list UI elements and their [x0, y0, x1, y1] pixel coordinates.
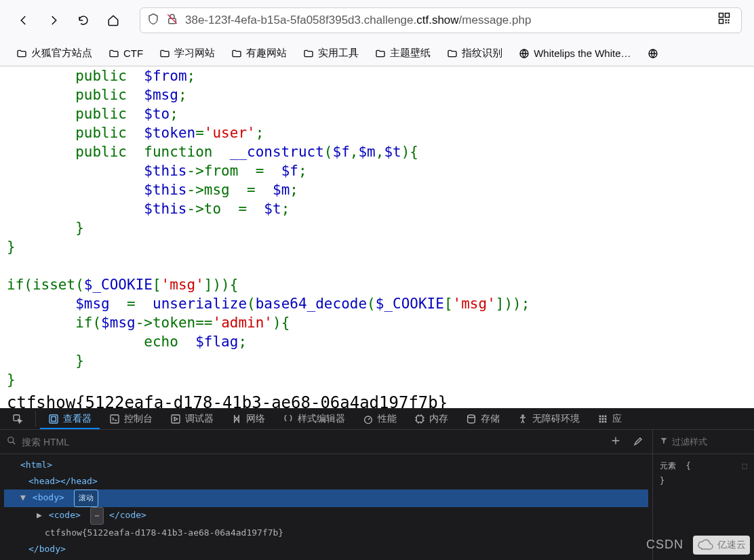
home-button[interactable] [102, 9, 125, 32]
reload-button[interactable] [72, 9, 95, 32]
code-line: $this->msg = $m; [7, 180, 747, 199]
code-line: public $from; [7, 66, 747, 85]
svg-rect-23 [599, 418, 601, 420]
tab-console[interactable]: 控制台 [101, 408, 161, 429]
svg-point-18 [468, 415, 475, 418]
svg-rect-28 [605, 420, 607, 422]
svg-rect-8 [728, 22, 729, 23]
svg-rect-22 [605, 415, 607, 417]
svg-rect-15 [172, 415, 180, 423]
code-line: echo $flag; [7, 332, 747, 351]
styles-filter-input[interactable] [672, 437, 754, 447]
bookmark-item[interactable]: 学习网站 [153, 44, 222, 62]
bookmarks-bar: 火狐官方站点 CTF 学习网站 有趣网站 实用工具 主题壁纸 指纹识别 Whit… [0, 41, 754, 66]
svg-rect-13 [52, 416, 56, 421]
code-line: } [7, 351, 747, 370]
bookmark-item[interactable]: CTF [102, 45, 150, 62]
code-line: if($msg->token=='admin'){ [7, 313, 747, 332]
bookmark-item-cut[interactable] [641, 45, 665, 62]
cloud-icon [697, 537, 713, 553]
tab-accessibility[interactable]: 无障碍环境 [509, 408, 588, 429]
tree-row-body-close[interactable]: </body> [4, 541, 648, 557]
url-bar[interactable]: 38e-123f-4efa-b15a-5fa058f395d3.challeng… [140, 7, 742, 33]
bookmark-item[interactable]: 主题壁纸 [368, 44, 437, 62]
eyedropper-button[interactable] [629, 433, 646, 451]
html-tree[interactable]: <html> <head></head> ▼ <body> 滚动 ▶ <code… [0, 454, 652, 560]
svg-rect-2 [719, 14, 723, 18]
code-line [7, 256, 747, 275]
bookmark-item[interactable]: 火狐官方站点 [9, 44, 99, 62]
tab-storage[interactable]: 存储 [458, 408, 508, 429]
tree-row-html[interactable]: <html> [4, 457, 648, 473]
search-icon [7, 436, 16, 447]
code-line: public function __construct($f,$m,$t){ [7, 142, 747, 161]
tab-app[interactable]: 应 [589, 408, 630, 429]
insecure-lock-icon [166, 13, 178, 28]
filter-icon [660, 437, 668, 447]
tree-row-flag-text[interactable]: ctfshow{5122eafa-d178-41b3-ae68-06a4ad19… [4, 525, 648, 541]
qr-icon[interactable] [718, 12, 734, 28]
html-search-input[interactable] [22, 437, 602, 447]
code-line: $this->from = $f; [7, 161, 747, 180]
tab-inspector[interactable]: 查看器 [40, 408, 100, 429]
tree-row-head[interactable]: <head></head> [4, 473, 648, 489]
forward-button[interactable] [42, 9, 65, 32]
edit-icon[interactable]: ⬚ [742, 458, 747, 473]
code-line: $this->to = $t; [7, 199, 747, 218]
style-rule: 元素 { ⬚ } [653, 454, 754, 492]
watermark-csdn: CSDN [646, 538, 683, 552]
bookmark-item[interactable]: 指纹识别 [440, 44, 509, 62]
add-button[interactable] [608, 433, 624, 451]
tab-performance[interactable]: 性能 [355, 408, 405, 429]
html-tree-panel: <html> <head></head> ▼ <body> 滚动 ▶ <code… [0, 430, 652, 560]
code-line: public $to; [7, 104, 747, 123]
html-search-bar [0, 430, 652, 454]
code-line: } [7, 370, 747, 389]
tab-network[interactable]: 网络 [223, 408, 273, 429]
bookmark-item[interactable]: 有趣网站 [224, 44, 294, 62]
svg-rect-17 [416, 416, 422, 422]
bookmark-item[interactable]: 实用工具 [296, 44, 365, 62]
code-line: if(isset($_COOKIE['msg'])){ [7, 275, 747, 294]
svg-point-29 [8, 437, 14, 443]
pick-element-button[interactable] [4, 408, 31, 429]
code-line: } [7, 218, 747, 237]
watermark-ysy: 亿速云 [693, 536, 750, 555]
svg-point-16 [365, 416, 372, 424]
svg-rect-3 [726, 14, 730, 18]
tree-row-body[interactable]: ▼ <body> 滚动 [4, 489, 648, 507]
svg-rect-26 [599, 420, 601, 422]
svg-rect-7 [726, 22, 727, 23]
code-line: } [7, 237, 747, 256]
devtools-tabs: 查看器 控制台 调试器 网络 样式编辑器 性能 内存 存储 无障碍环境 应 [0, 408, 754, 430]
devtools-panel: 查看器 控制台 调试器 网络 样式编辑器 性能 内存 存储 无障碍环境 应 <h… [0, 408, 754, 560]
svg-rect-14 [111, 415, 119, 423]
svg-rect-5 [726, 20, 727, 21]
svg-rect-25 [605, 418, 607, 420]
svg-rect-20 [599, 415, 601, 417]
svg-rect-24 [602, 418, 604, 420]
code-line: public $token='user'; [7, 123, 747, 142]
tab-debugger[interactable]: 调试器 [162, 408, 222, 429]
svg-rect-6 [728, 20, 729, 21]
url-text: 38e-123f-4efa-b15a-5fa058f395d3.challeng… [185, 14, 707, 27]
svg-rect-12 [49, 415, 58, 423]
svg-point-19 [522, 415, 524, 417]
page-content: public $from; public $msg; public $to; p… [0, 66, 754, 415]
svg-rect-27 [602, 420, 604, 422]
browser-toolbar: 38e-123f-4efa-b15a-5fa058f395d3.challeng… [0, 0, 754, 41]
svg-rect-4 [719, 20, 723, 24]
tab-style-editor[interactable]: 样式编辑器 [275, 408, 353, 429]
bookmark-item[interactable]: Whitelips the White… [512, 45, 637, 62]
back-button[interactable] [12, 9, 35, 32]
tab-memory[interactable]: 内存 [406, 408, 456, 429]
tree-row-code[interactable]: ▶ <code> ⋯ </code> [4, 507, 648, 525]
shield-icon [147, 13, 159, 28]
svg-rect-21 [602, 415, 604, 417]
code-line: public $msg; [7, 85, 747, 104]
code-line: $msg = unserialize(base64_decode($_COOKI… [7, 294, 747, 313]
